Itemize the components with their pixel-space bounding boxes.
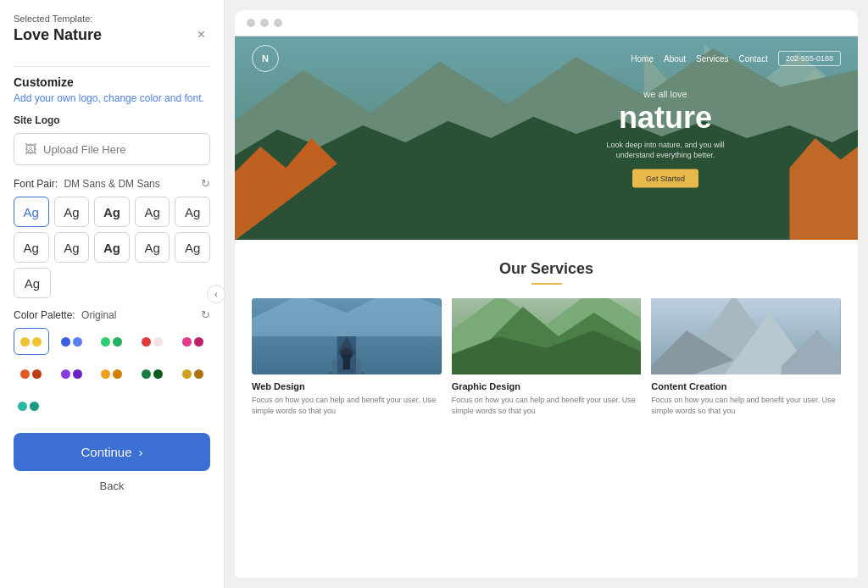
hero-description: Look deep into nature, and you will unde…	[598, 139, 733, 160]
nav-about[interactable]: About	[664, 54, 686, 64]
service-card-3: Content Creation Focus on how you can he…	[651, 298, 841, 416]
hero-cta-button[interactable]: Get Started	[632, 169, 698, 187]
site-navigation: N Home About Services Contact 202-555-01…	[235, 36, 858, 80]
palette-label: Color Palette: Original	[14, 309, 116, 321]
nav-phone[interactable]: 202-555-0188	[778, 51, 841, 66]
service-desc-1: Focus on how you can help and benefit yo…	[252, 395, 442, 416]
palette-item-11[interactable]	[14, 392, 43, 419]
arrow-icon: ›	[139, 445, 143, 459]
nav-home[interactable]: Home	[631, 54, 654, 64]
palette-item-8[interactable]	[94, 360, 130, 387]
font-item-9[interactable]: Ag	[135, 232, 170, 263]
services-title: Our Services	[252, 260, 841, 278]
font-item-4[interactable]: Ag	[135, 197, 170, 227]
continue-button[interactable]: Continue ›	[14, 433, 210, 471]
service-name-2: Graphic Design	[452, 381, 642, 391]
palette-item-6[interactable]	[14, 360, 49, 387]
palette-value: Original	[81, 309, 116, 321]
palette-grid-row3	[14, 392, 210, 419]
palette-item-7[interactable]	[54, 360, 90, 387]
continue-label: Continue	[81, 445, 131, 459]
font-grid-row2: Ag Ag Ag Ag Ag	[14, 232, 210, 263]
font-item-5[interactable]: Ag	[175, 197, 210, 227]
palette-item-9[interactable]	[135, 360, 170, 387]
font-item-1[interactable]: Ag	[14, 197, 49, 227]
font-item-6[interactable]: Ag	[14, 232, 49, 263]
svg-rect-12	[356, 360, 361, 374]
service-image-2	[452, 298, 642, 374]
hero-section: N Home About Services Contact 202-555-01…	[235, 36, 858, 240]
font-item-10[interactable]: Ag	[175, 232, 210, 263]
browser-dot-2	[260, 19, 269, 27]
browser-chrome	[235, 10, 858, 36]
customize-subtitle: Add your own logo, change color and font…	[14, 92, 210, 104]
services-grid: Web Design Focus on how you can help and…	[252, 298, 841, 416]
left-panel: Selected Template: Love Nature × Customi…	[0, 0, 225, 588]
service-card-1: Web Design Focus on how you can help and…	[252, 298, 442, 416]
palette-item-10[interactable]	[175, 360, 210, 387]
service-desc-3: Focus on how you can help and benefit yo…	[651, 395, 841, 416]
nav-links: Home About Services Contact 202-555-0188	[631, 51, 841, 66]
font-pair-value: DM Sans & DM Sans	[64, 178, 159, 190]
refresh-palette-icon[interactable]: ↻	[201, 308, 210, 321]
browser-dot-3	[274, 19, 282, 27]
svg-rect-14	[343, 358, 350, 369]
palette-item-5[interactable]	[175, 328, 210, 355]
divider-1	[14, 66, 210, 67]
palette-item-1[interactable]	[14, 328, 49, 355]
nav-services[interactable]: Services	[696, 54, 728, 64]
service-name-3: Content Creation	[651, 381, 841, 391]
nav-contact[interactable]: Contact	[738, 54, 767, 64]
palette-item-4[interactable]	[135, 328, 170, 355]
palette-grid-row1	[14, 328, 210, 355]
right-panel: N Home About Services Contact 202-555-01…	[225, 0, 868, 588]
hero-content: we all love nature Look deep into nature…	[598, 89, 733, 188]
template-name: Love Nature	[14, 26, 102, 44]
selected-template-label: Selected Template:	[14, 14, 210, 24]
service-image-1	[252, 298, 442, 374]
refresh-font-icon[interactable]: ↻	[201, 177, 210, 190]
hero-subtitle: we all love	[598, 89, 733, 99]
font-item-11[interactable]: Ag	[14, 268, 51, 298]
browser-dot-1	[247, 19, 255, 27]
upload-logo-box[interactable]: 🖼 Upload File Here	[14, 133, 210, 165]
svg-rect-11	[332, 360, 337, 374]
service-desc-2: Focus on how you can help and benefit yo…	[452, 395, 642, 416]
font-grid-row1: Ag Ag Ag Ag Ag	[14, 197, 210, 227]
palette-item-3[interactable]	[94, 328, 130, 355]
back-link[interactable]: Back	[14, 480, 210, 492]
font-item-8[interactable]: Ag	[94, 232, 130, 263]
font-item-3[interactable]: Ag	[94, 197, 130, 227]
font-pair-label: Font Pair: DM Sans & DM Sans	[14, 178, 160, 190]
services-underline	[531, 283, 562, 285]
service-card-2: Graphic Design Focus on how you can help…	[452, 298, 642, 416]
site-logo-text: N	[262, 53, 269, 64]
service-image-3	[651, 298, 841, 374]
palette-item-2[interactable]	[54, 328, 90, 355]
image-icon: 🖼	[25, 142, 36, 156]
upload-placeholder: Upload File Here	[43, 143, 126, 156]
site-logo: N	[252, 45, 279, 72]
preview-container: N Home About Services Contact 202-555-01…	[235, 36, 858, 578]
site-logo-label: Site Logo	[14, 114, 210, 126]
hero-title: nature	[598, 101, 733, 135]
palette-grid-row2	[14, 360, 210, 387]
font-item-7[interactable]: Ag	[54, 232, 90, 263]
services-section: Our Services	[235, 240, 858, 433]
close-button[interactable]: ×	[192, 25, 210, 44]
collapse-panel-button[interactable]: ‹	[207, 285, 225, 303]
font-item-2[interactable]: Ag	[54, 197, 90, 227]
customize-title: Customize	[14, 75, 210, 89]
font-grid-row3: Ag	[14, 268, 210, 298]
service-name-1: Web Design	[252, 381, 442, 391]
